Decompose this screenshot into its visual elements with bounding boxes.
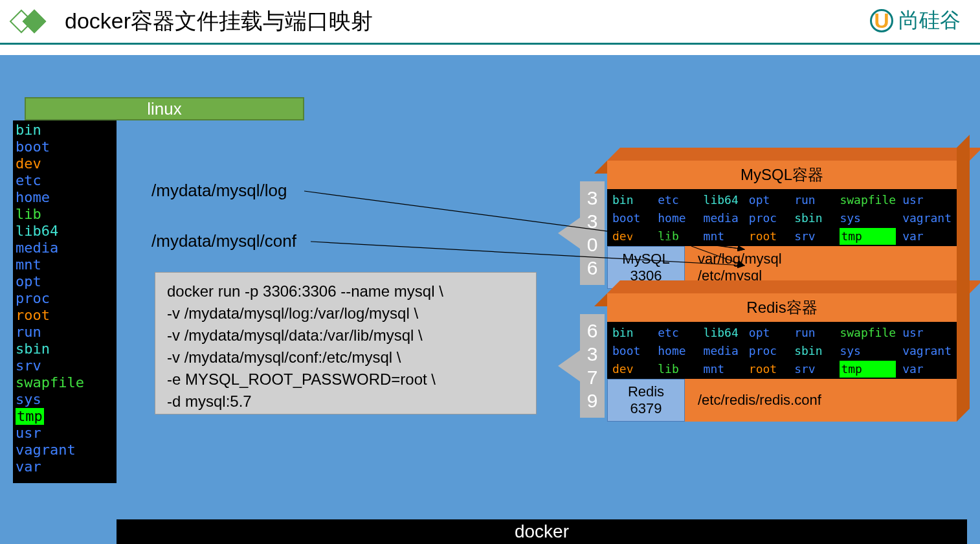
dir-sbin: sbin [794,210,833,227]
cmd-line: docker run -p 3306:3306 --name mysql \ [167,280,524,302]
arrow-left-icon [558,218,580,249]
dir-swapfile: swapfile [840,324,896,341]
dir-vagrant: vagrant [902,210,952,227]
dir-lib64: lib64 [704,192,742,209]
dir-home: home [658,343,696,359]
dir-bin: bin [612,192,651,209]
dir-srv: srv [794,361,833,378]
redis-container: Redis容器 binetclib64optrunswapfileusrboot… [607,293,957,422]
dir-vagrant: vagrant [16,442,114,459]
dir-dev: dev [612,361,651,378]
dir-media: media [16,240,114,256]
redis-name: Redis [608,383,684,400]
linux-filesystem: binbootdevetchomeliblib64mediamntoptproc… [13,120,117,483]
dir-bin: bin [612,324,651,341]
dir-tmp: tmp [840,361,896,378]
mysql-path1: var/log/mysql [698,251,944,267]
dir-usr: usr [902,192,952,209]
brand-text: 尚硅谷 [898,6,961,35]
dir-mnt: mnt [704,361,742,378]
redis-name-box: Redis 6379 [607,379,685,422]
dir-swapfile: swapfile [16,374,114,391]
dir-home: home [658,210,696,227]
dir-lib: lib [658,228,696,245]
dir-etc: etc [658,324,696,341]
cmd-line: -v /mydata/mysql/data:/var/lib/mysql \ [167,324,524,346]
dir-tmp: tmp [840,228,896,245]
dir-var: var [902,228,952,245]
dir-media: media [704,343,742,359]
dir-mnt: mnt [704,228,742,245]
mysql-name: MySQL [608,251,684,267]
brand-icon: U [870,9,893,32]
redis-path1: /etc/redis/redis.conf [698,392,944,409]
host-path-log: /mydata/mysql/log [151,181,287,201]
dir-boot: boot [612,210,651,227]
cmd-line: -d mysql:5.7 [167,391,524,413]
dir-proc: proc [749,210,788,227]
mysql-host-port: 3306 [580,181,605,285]
dir-vagrant: vagrant [902,343,952,359]
dir-run: run [16,324,114,341]
dir-sys: sys [840,343,896,359]
brand-logo: U 尚硅谷 [870,6,961,35]
dir-dev: dev [612,228,651,245]
cmd-line: -v /mydata/mysql/conf:/etc/mysql \ [167,346,524,368]
mysql-filesystem: binetclib64optrunswapfileusrboothomemedi… [607,189,957,246]
dir-boot: boot [16,139,114,155]
page-title: docker容器文件挂载与端口映射 [65,6,373,36]
dir-lib: lib [16,206,114,223]
dir-proc: proc [749,343,788,359]
dir-sbin: sbin [794,343,833,359]
dir-dev: dev [16,155,114,172]
mysql-container: MySQL容器 binetclib64optrunswapfileusrboot… [607,161,957,289]
dir-tmp: tmp [16,408,44,425]
cmd-line: -v /mydata/mysql/log:/var/log/mysql \ [167,302,524,324]
dir-run: run [794,192,833,209]
dir-var: var [16,459,114,475]
dir-run: run [794,324,833,341]
header: docker容器文件挂载与端口映射 U 尚硅谷 [0,0,980,45]
redis-host-port: 6379 [580,314,605,418]
dir-etc: etc [16,172,114,189]
dir-proc: proc [16,290,114,307]
mysql-title: MySQL容器 [607,161,957,189]
redis-title: Redis容器 [607,293,957,322]
redis-filesystem: binetclib64optrunswapfileusrboothomemedi… [607,322,957,379]
dir-opt: opt [749,324,788,341]
dir-mnt: mnt [16,256,114,273]
dir-opt: opt [16,273,114,290]
dir-lib: lib [658,361,696,378]
dir-root: root [16,307,114,324]
docker-label: docker [117,519,967,544]
dir-lib64: lib64 [704,324,742,341]
dir-sys: sys [840,210,896,227]
dir-swapfile: swapfile [840,192,896,209]
dir-opt: opt [749,192,788,209]
redis-mounted-paths: /etc/redis/redis.conf [685,379,957,422]
cmd-line: -e MYSQL_ROOT_PASSWORD=root \ [167,368,524,391]
arrow-left-icon [558,350,580,381]
dir-media: media [704,210,742,227]
dir-sys: sys [16,391,114,408]
redis-inner-port: 6379 [608,400,684,417]
dir-var: var [902,361,952,378]
dir-bin: bin [16,122,114,139]
dir-usr: usr [902,324,952,341]
dir-sbin: sbin [16,341,114,357]
dir-boot: boot [612,343,651,359]
dir-usr: usr [16,425,114,442]
host-path-conf: /mydata/mysql/conf [151,231,296,251]
dir-root: root [749,361,788,378]
dir-srv: srv [794,228,833,245]
dir-etc: etc [658,192,696,209]
diagram-canvas: linux binbootdevetchomeliblib64mediamnto… [0,55,980,544]
dir-lib64: lib64 [16,223,114,240]
linux-label: linux [25,97,304,120]
logo-icon [13,5,45,38]
dir-root: root [749,228,788,245]
dir-srv: srv [16,357,114,374]
dir-home: home [16,189,114,206]
docker-command: docker run -p 3306:3306 --name mysql \ -… [155,272,537,414]
